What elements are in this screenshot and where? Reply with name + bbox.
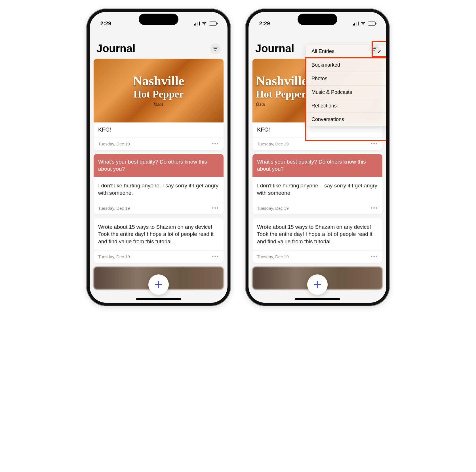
entry-more-button[interactable]: •••	[371, 205, 378, 211]
phone-frame-right: 2:29 Journal All Entries Bookma	[245, 9, 390, 306]
filter-icon	[213, 47, 218, 51]
image-text-2: Hot Pepper	[256, 88, 306, 100]
entry-footer: Tuesday, Dec 19 •••	[252, 250, 382, 263]
reflection-prompt: What's your best quality? Do others know…	[94, 154, 224, 177]
dynamic-island	[298, 14, 337, 25]
svg-rect-1	[214, 48, 217, 49]
entry-card[interactable]: What's your best quality? Do others know…	[252, 154, 382, 214]
screen-right: 2:29 Journal All Entries Bookma	[248, 12, 386, 303]
header: Journal	[90, 29, 228, 59]
entry-footer: Tuesday, Dec 19 •••	[94, 202, 224, 214]
filter-item-label: Conversations	[311, 117, 344, 122]
entry-card[interactable]: Nashville Hot Pepper fssai KFC! Tuesday,…	[94, 59, 224, 150]
filter-item-label: Bookmarked	[311, 62, 340, 68]
entry-more-button[interactable]: •••	[371, 254, 378, 260]
entry-footer: Tuesday, Dec 19 •••	[252, 137, 382, 150]
entry-date: Tuesday, Dec 19	[98, 141, 130, 146]
filter-item-label: All Entries	[311, 48, 334, 54]
battery-icon	[209, 22, 217, 26]
cellular-icon	[353, 22, 359, 26]
svg-rect-0	[213, 47, 218, 47]
filter-item-label: Reflections	[311, 103, 337, 109]
entry-more-button[interactable]: •••	[212, 205, 219, 211]
plus-icon	[154, 280, 163, 289]
entry-more-button[interactable]: •••	[371, 141, 378, 147]
wifi-icon	[360, 22, 366, 26]
content: Nashville Hot Pepper fssai KFC! Tuesday,…	[90, 59, 228, 289]
add-entry-button[interactable]	[148, 274, 169, 295]
status-time: 2:29	[100, 21, 111, 27]
home-indicator[interactable]	[295, 298, 340, 300]
cellular-icon	[194, 22, 200, 26]
svg-rect-4	[372, 48, 376, 49]
entry-card[interactable]: Wrote about 15 ways to Shazam on any dev…	[252, 218, 382, 263]
entry-card[interactable]: What's your best quality? Do others know…	[94, 154, 224, 214]
status-icons	[194, 22, 217, 26]
filter-button[interactable]	[369, 43, 380, 54]
svg-rect-3	[372, 47, 377, 47]
filter-item-bookmarked[interactable]: Bookmarked	[306, 58, 386, 72]
reflection-prompt: What's your best quality? Do others know…	[252, 154, 382, 177]
status-time: 2:29	[259, 21, 270, 27]
image-text-1: Nashville	[133, 74, 184, 88]
entry-card[interactable]: Wrote about 15 ways to Shazam on any dev…	[94, 218, 224, 263]
image-mark: fssai	[256, 102, 266, 107]
entry-date: Tuesday, Dec 19	[98, 254, 130, 259]
entry-more-button[interactable]: •••	[212, 254, 219, 260]
entry-body: I don't like hurting anyone. I say sorry…	[94, 177, 224, 202]
svg-rect-5	[373, 50, 375, 50]
wifi-icon	[201, 22, 207, 26]
battery-icon	[368, 22, 376, 26]
page-title: Journal	[255, 43, 294, 55]
filter-item-music-podcasts[interactable]: Music & Podcasts	[306, 86, 386, 99]
entry-date: Tuesday, Dec 19	[257, 206, 289, 211]
filter-item-photos[interactable]: Photos	[306, 72, 386, 86]
filter-item-reflections[interactable]: Reflections	[306, 99, 386, 113]
filter-button[interactable]	[210, 43, 221, 54]
filter-item-conversations[interactable]: Conversations	[306, 113, 386, 126]
image-text-1: Nashville	[256, 74, 307, 88]
add-entry-button[interactable]	[307, 274, 328, 295]
home-indicator[interactable]	[136, 298, 181, 300]
entry-title: KFC!	[94, 122, 224, 137]
entry-body: I don't like hurting anyone. I say sorry…	[252, 177, 382, 202]
entry-image: Nashville Hot Pepper fssai	[94, 59, 224, 122]
screen-left: 2:29 Journal Nashville Hot Pepper fssai …	[90, 12, 228, 303]
filter-item-label: Music & Podcasts	[311, 89, 352, 95]
entry-date: Tuesday, Dec 19	[257, 141, 289, 146]
plus-icon	[313, 280, 322, 289]
image-text-2: Hot Pepper	[134, 88, 184, 100]
status-icons	[353, 22, 376, 26]
page-title: Journal	[96, 43, 135, 55]
entry-footer: Tuesday, Dec 19 •••	[94, 137, 224, 150]
filter-menu: All Entries Bookmarked Photos Music & Po…	[306, 45, 386, 126]
image-mark: fssai	[154, 102, 163, 107]
entry-body: Wrote about 15 ways to Shazam on any dev…	[252, 218, 382, 250]
phone-frame-left: 2:29 Journal Nashville Hot Pepper fssai …	[86, 9, 231, 306]
entry-date: Tuesday, Dec 19	[257, 254, 289, 259]
entry-more-button[interactable]: •••	[212, 141, 219, 147]
filter-icon	[372, 47, 377, 51]
entry-body: Wrote about 15 ways to Shazam on any dev…	[94, 218, 224, 250]
svg-rect-2	[214, 50, 216, 50]
header: Journal All Entries Bookmarked Photos	[248, 29, 386, 59]
entry-footer: Tuesday, Dec 19 •••	[94, 250, 224, 263]
entry-date: Tuesday, Dec 19	[98, 206, 130, 211]
dynamic-island	[139, 14, 178, 25]
filter-item-label: Photos	[311, 76, 327, 82]
entry-footer: Tuesday, Dec 19 •••	[252, 202, 382, 214]
